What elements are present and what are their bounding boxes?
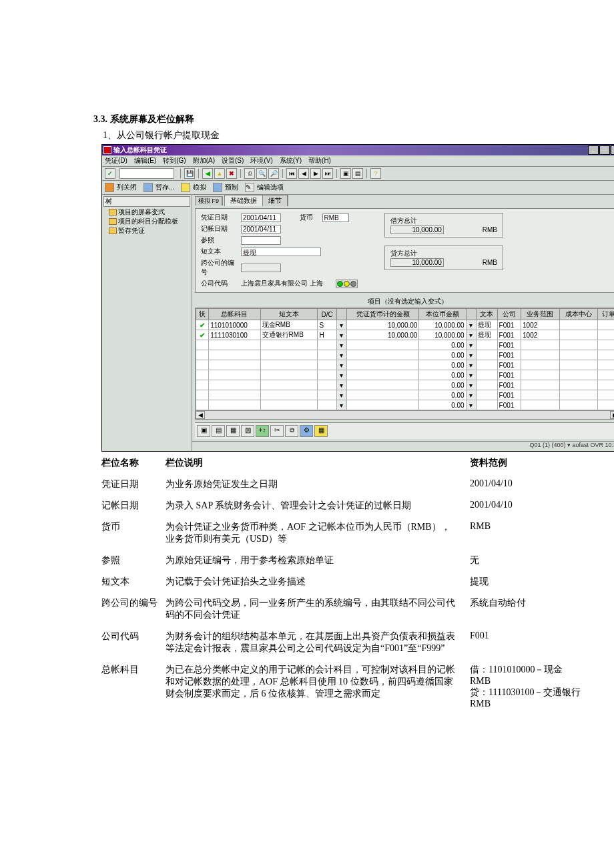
folder-icon (109, 228, 117, 234)
value-coco: 上海震旦家具有限公司 上海 (241, 279, 323, 288)
print-icon[interactable]: ⎙ (244, 168, 255, 179)
folder-icon (109, 209, 117, 215)
toolbar-app[interactable]: 列关闭 暂存... 模拟 预制 ✎ 编辑选项 (102, 181, 614, 195)
save-icon[interactable]: 💾 (184, 168, 195, 179)
grid-col[interactable]: 短文本 (260, 309, 318, 320)
find-next-icon[interactable]: 🔎 (268, 168, 279, 179)
park-icon[interactable] (143, 183, 153, 192)
table-row[interactable]: ▾0.00▾F001 (196, 400, 615, 410)
input-cross[interactable] (241, 264, 281, 272)
first-page-icon[interactable]: ⏮ (286, 168, 297, 179)
window-title: 输入总帐科目凭证 (113, 145, 167, 155)
grid-btn-dup[interactable]: ⧉ (285, 425, 298, 437)
grid-col[interactable]: D/C (318, 309, 336, 320)
tree-header: 树 (103, 196, 190, 207)
table-row[interactable]: ▾0.00▾F001 (196, 360, 615, 370)
grid-col[interactable]: 订单 (598, 309, 615, 320)
new-session-icon[interactable]: ▣ (340, 168, 351, 179)
find-icon[interactable]: 🔍 (256, 168, 267, 179)
menubar[interactable]: 凭证(D)编辑(E)转到(G)附加(A)设置(S)环境(V)系统(Y)帮助(H) (102, 155, 614, 167)
grid-col[interactable]: 文本 (476, 309, 497, 320)
tree-icon[interactable] (105, 183, 114, 192)
expl-row: 短文本为记载于会计凭证抬头之业务描述提现 (101, 576, 575, 588)
input-postdate[interactable]: 2001/04/11 (241, 225, 281, 234)
input-ref[interactable] (241, 236, 281, 245)
table-row[interactable]: ▾0.00▾F001 (196, 350, 615, 360)
close-button[interactable]: × (611, 145, 614, 155)
label-currency: 货币 (300, 213, 313, 222)
cancel-icon[interactable]: ✖ (226, 168, 237, 179)
help-icon[interactable]: ? (370, 168, 381, 179)
expl-row: 货币为会计凭证之业务货币种类，AOF 之记帐本位币为人民币（RMB），业务货币则… (101, 521, 575, 545)
exit-icon[interactable]: ▲ (214, 168, 225, 179)
edit-options-icon[interactable]: ✎ (245, 183, 254, 192)
last-page-icon[interactable]: ⏭ (322, 168, 333, 179)
next-page-icon[interactable]: ▶ (310, 168, 321, 179)
grid-btn-deselect[interactable]: ▤ (212, 425, 225, 437)
tabstrip[interactable]: 模拟 F9 基础数据 细节 (192, 195, 614, 208)
table-row[interactable]: ▾0.00▾F001 (196, 390, 615, 400)
grid-btn-sort[interactable]: ▧ (241, 425, 254, 437)
tree-pane[interactable]: 树 项目的屏幕变式 项目的科目分配模板 暂存凭证 (102, 195, 192, 451)
table-row[interactable]: ▾0.00▾F001 (196, 370, 615, 380)
debit-total-value: 10,000.00 (390, 226, 444, 234)
table-row[interactable]: ✔1111030100交通银行RMBH▾10,000.0010,000.00▾提… (196, 330, 615, 340)
tree-item[interactable]: 暂存凭证 (103, 226, 190, 236)
tab-detail[interactable]: 细节 (263, 195, 288, 206)
tree-off-button[interactable]: 列关闭 (117, 183, 137, 192)
edit-options-button[interactable]: 编辑选项 (257, 183, 284, 192)
expl-row: 凭证日期为业务原始凭证发生之日期2001/04/10 (101, 478, 575, 490)
grid-btn-copy[interactable]: ▦ (226, 425, 240, 437)
grid-col[interactable] (336, 309, 346, 320)
credit-total-value: 10,000.00 (390, 258, 444, 267)
grid-btn-delete[interactable]: ✂ (270, 425, 284, 437)
prefab-button[interactable]: 预制 (225, 183, 238, 192)
prefab-icon[interactable] (213, 183, 222, 192)
table-row[interactable]: ✔1101010000现金RMBS▾10,000.0010,000.00▾提现F… (196, 320, 615, 330)
shortcut-icon[interactable]: ▤ (352, 168, 363, 179)
grid-btn-insert[interactable]: +↕ (256, 425, 269, 437)
input-docdate[interactable]: 2001/04/11 (241, 213, 281, 222)
prev-page-icon[interactable]: ◀ (298, 168, 309, 179)
sap-window: 输入总帐科目凭证 _ □ × 凭证(D)编辑(E)转到(G)附加(A)设置(S)… (101, 144, 614, 452)
grid-button-bar[interactable]: ▣ ▤ ▦ ▧ +↕ ✂ ⧉ ⚙ ▦ (195, 422, 614, 439)
table-row[interactable]: ▾0.00▾F001 (196, 340, 615, 350)
grid-col[interactable]: 本位币金额 (419, 309, 466, 320)
grid-btn-config[interactable]: ⚙ (300, 425, 313, 437)
grid-col[interactable]: 凭证货币计的金额 (346, 309, 419, 320)
col-field-desc: 栏位说明 (166, 457, 470, 469)
back-icon[interactable]: ◀ (202, 168, 213, 179)
table-row[interactable]: ▾0.00▾F001 (196, 380, 615, 390)
grid-scrollbar[interactable]: ◀▶ (196, 410, 614, 419)
expl-header-row: 栏位名称 栏位说明 资料范例 (101, 457, 575, 469)
label-short: 短文本 (201, 247, 238, 256)
minimize-button[interactable]: _ (588, 145, 599, 155)
label-ref: 参照 (201, 236, 238, 245)
label-cross: 跨公司的编号 (201, 258, 238, 277)
grid-col[interactable]: 总帐科目 (209, 309, 260, 320)
grid-btn-select-all[interactable]: ▣ (197, 425, 210, 437)
tree-item[interactable]: 项目的屏幕变式 (103, 207, 190, 217)
input-short[interactable]: 提现 (241, 248, 321, 256)
label-docdate: 凭证日期 (201, 213, 238, 222)
tree-item[interactable]: 项目的科目分配模板 (103, 217, 190, 226)
grid-btn-export[interactable]: ▦ (314, 425, 328, 437)
titlebar[interactable]: 输入总帐科目凭证 _ □ × (102, 145, 614, 155)
grid-col[interactable] (466, 309, 476, 320)
tab-basic[interactable]: 基础数据 (225, 195, 263, 206)
tab-hint: 模拟 F9 (196, 197, 222, 205)
toolbar-main[interactable]: ✓ 💾 ◀ ▲ ✖ ⎙ 🔍 🔎 ⏮ ◀ ▶ ⏭ ▣ ▤ ? (102, 167, 614, 181)
grid-col[interactable]: 状 (196, 309, 209, 320)
enter-icon[interactable]: ✓ (105, 168, 115, 179)
simulate-icon[interactable] (181, 183, 190, 192)
park-button[interactable]: 暂存... (156, 183, 174, 192)
simulate-button[interactable]: 模拟 (193, 183, 206, 192)
maximize-button[interactable]: □ (599, 145, 610, 155)
grid-col[interactable]: 公司 (497, 309, 521, 320)
grid-col[interactable]: 成本中心 (559, 309, 597, 320)
input-currency[interactable]: RMB (322, 213, 349, 222)
command-field[interactable] (119, 168, 174, 179)
line-item-grid[interactable]: 状总帐科目短文本D/C凭证货币计的金额本位币金额文本公司业务范围成本中心订单 ✔… (195, 308, 614, 420)
expl-row: 跨公司的编号为跨公司代码交易，同一业务所产生的系统编号，由其联结不同公司代码的不… (101, 597, 575, 621)
grid-col[interactable]: 业务范围 (521, 309, 559, 320)
